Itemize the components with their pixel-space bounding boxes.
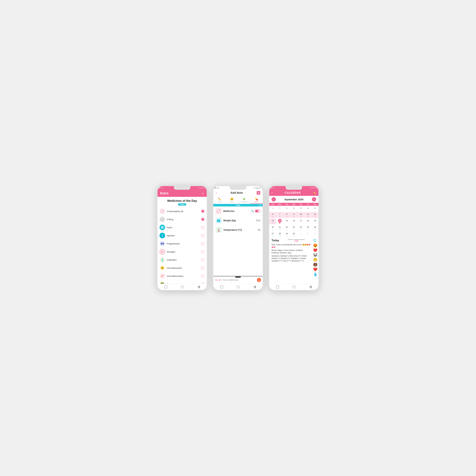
food-emoji: 🥦 bbox=[160, 282, 164, 284]
cal-cell-2-next[interactable]: 2 bbox=[305, 231, 312, 237]
cal-cell-29[interactable]: 29★ bbox=[283, 231, 290, 237]
cal-cell-12[interactable]: 12★ bbox=[311, 212, 319, 218]
phone1-title: Extra bbox=[160, 191, 169, 195]
cal-cell-7[interactable]: 7★ bbox=[276, 212, 283, 218]
med-checkbox-2[interactable] bbox=[202, 226, 204, 229]
nav-recent[interactable] bbox=[197, 285, 200, 289]
nav-home[interactable] bbox=[164, 286, 167, 289]
day-wed: Wed bbox=[290, 204, 298, 205]
cal-cell-19[interactable]: 19 bbox=[311, 219, 319, 224]
med-name-1: V-Ring bbox=[167, 218, 200, 221]
tab-symptoms[interactable]: ✳️ Symptoms bbox=[238, 197, 250, 204]
tab-notes[interactable]: ✏️ Notes bbox=[213, 197, 226, 204]
list-item: Ex Estrogen bbox=[157, 248, 207, 256]
temp-value[interactable]: 93 bbox=[258, 229, 260, 231]
cal-cell-27[interactable]: 27★ bbox=[269, 231, 276, 237]
cal-cell-13[interactable]: 13★ bbox=[269, 219, 276, 224]
cal-prev-btn[interactable]: ‹ bbox=[272, 197, 276, 202]
antidep-emoji: 😊 bbox=[160, 266, 164, 270]
status-right-2: 7% SMB 4:03 bbox=[254, 187, 261, 188]
med-checkbox-3[interactable] bbox=[202, 234, 204, 237]
symptoms-icon: ✳️ bbox=[242, 198, 246, 201]
med-checkbox-7[interactable] bbox=[202, 267, 204, 269]
nav-recent-2[interactable] bbox=[253, 285, 256, 289]
injection-icon bbox=[160, 234, 164, 237]
cal-cell-16[interactable]: 16 bbox=[290, 219, 298, 224]
med-checkbox-1[interactable] bbox=[202, 218, 204, 221]
cal-cell-15[interactable]: 15 bbox=[283, 219, 290, 224]
calendar-help-btn[interactable]: ? bbox=[313, 239, 316, 242]
med-checkbox-4[interactable] bbox=[202, 242, 204, 245]
cal-cell-14[interactable]: 14❤️ bbox=[276, 219, 283, 224]
cal-cell-9[interactable]: 9★ bbox=[290, 212, 298, 218]
cal-cell-5[interactable]: 5 bbox=[311, 206, 319, 211]
tab-moods[interactable]: 😊 Moods bbox=[226, 197, 238, 204]
cal-cell-22[interactable]: 22★ bbox=[283, 225, 290, 231]
cal-cell-8[interactable]: 8★ bbox=[283, 212, 290, 218]
cal-cell-1[interactable]: 1 bbox=[283, 206, 290, 211]
cal-cell-30[interactable]: 30★ bbox=[290, 231, 298, 237]
main-scene: ■■ ▲ ◀ 7% SMB 4:02 Extra ✓ Medicines of … bbox=[150, 178, 326, 298]
emoji-3: 🐼 bbox=[313, 253, 318, 257]
cal-cell-2[interactable]: 2 bbox=[290, 206, 298, 211]
cal-cell-20[interactable]: 20★ bbox=[269, 225, 276, 231]
med-checkbox-8[interactable] bbox=[202, 275, 204, 277]
phone3-back[interactable]: ‹ bbox=[272, 191, 272, 195]
phone2-ad-bar: Test Ad Nice job! This is a 468x60 test … bbox=[213, 276, 263, 284]
phone3-edit[interactable]: ✏️ bbox=[313, 191, 316, 194]
tab-symptoms-label: Symptoms bbox=[241, 201, 248, 203]
nav-recent-3[interactable] bbox=[309, 285, 312, 289]
tab-extra[interactable]: 💊 Extra bbox=[250, 197, 263, 204]
cal-cell-11[interactable]: 11★ bbox=[305, 212, 312, 218]
cal-cell-24[interactable]: 24★ bbox=[297, 225, 305, 231]
nav-back-3[interactable] bbox=[292, 286, 295, 289]
cal-week-5: 27★ 28★ 29★ 30★ 1 2 3 bbox=[269, 231, 319, 238]
cal-cell-23[interactable]: 23★ bbox=[290, 225, 298, 231]
cal-next-btn[interactable]: › bbox=[312, 197, 316, 202]
cal-cell-31-prev[interactable]: 31 bbox=[276, 206, 283, 211]
nav-back-2[interactable] bbox=[237, 286, 240, 289]
status-right-3: 7% SMB 4:03 bbox=[309, 187, 317, 188]
med-checkbox-6[interactable] bbox=[202, 258, 204, 261]
today-badge-1: Today bbox=[178, 203, 186, 206]
nav-home-3[interactable] bbox=[276, 286, 279, 289]
phone2-help-btn[interactable]: ? bbox=[259, 204, 261, 206]
weight-value[interactable]: 70.0 bbox=[256, 219, 260, 222]
cal-cell-6[interactable]: 6★ bbox=[269, 212, 276, 218]
svg-marker-7 bbox=[162, 236, 163, 237]
phone2-back[interactable]: ‹ bbox=[216, 191, 217, 195]
today-row: Today Chances of getting Pregnant LOW ? bbox=[272, 239, 316, 242]
phone3-notes-content: Note: It was an amazing day with my love… bbox=[269, 243, 313, 284]
svg-point-9 bbox=[161, 242, 163, 245]
cal-cell-1-next[interactable]: 1 bbox=[297, 231, 305, 237]
cal-cell-26[interactable]: 26★ bbox=[311, 225, 319, 231]
chances-value: LOW bbox=[294, 240, 298, 242]
med-checkbox-0[interactable] bbox=[202, 210, 204, 213]
med-icon-8 bbox=[159, 273, 165, 279]
nav-back[interactable] bbox=[181, 286, 184, 289]
med-checkbox-5[interactable] bbox=[202, 250, 204, 253]
emoji-7: 💧 bbox=[313, 272, 318, 276]
cal-cell-17[interactable]: 17 bbox=[297, 219, 305, 224]
moods-icon: 😊 bbox=[230, 198, 234, 201]
nav-home-2[interactable] bbox=[220, 286, 223, 289]
cal-cell-3-next[interactable]: 3 bbox=[311, 231, 319, 237]
check-icon[interactable]: ✓ bbox=[202, 191, 204, 195]
cal-cell-21[interactable]: 21★ bbox=[276, 225, 283, 231]
medicines-toggle[interactable] bbox=[255, 210, 260, 212]
med-name-2: Patch bbox=[167, 226, 200, 229]
med-name-4: Progesterone bbox=[167, 242, 200, 245]
cal-cell-4[interactable]: 4 bbox=[305, 206, 312, 211]
cal-cell-25[interactable]: 25★ bbox=[305, 225, 312, 231]
search-icon[interactable]: 🔍 bbox=[251, 210, 254, 213]
cal-cell-10[interactable]: 10★ bbox=[297, 212, 305, 218]
list-item: 😊 Anti-depressant bbox=[157, 264, 207, 272]
cal-cell-3[interactable]: 3 bbox=[297, 206, 305, 211]
cal-cell-28[interactable]: 28★ bbox=[276, 231, 283, 237]
phone1-body: Medicines of the Day Today Contraceptive… bbox=[157, 197, 207, 284]
phone2-trash[interactable]: 🗑 bbox=[257, 191, 260, 195]
cal-cell-30-prev[interactable]: 30 bbox=[269, 206, 276, 211]
notch2 bbox=[230, 186, 246, 190]
cal-cell-18[interactable]: 18 bbox=[305, 219, 312, 224]
pill-icon-0 bbox=[160, 209, 164, 213]
